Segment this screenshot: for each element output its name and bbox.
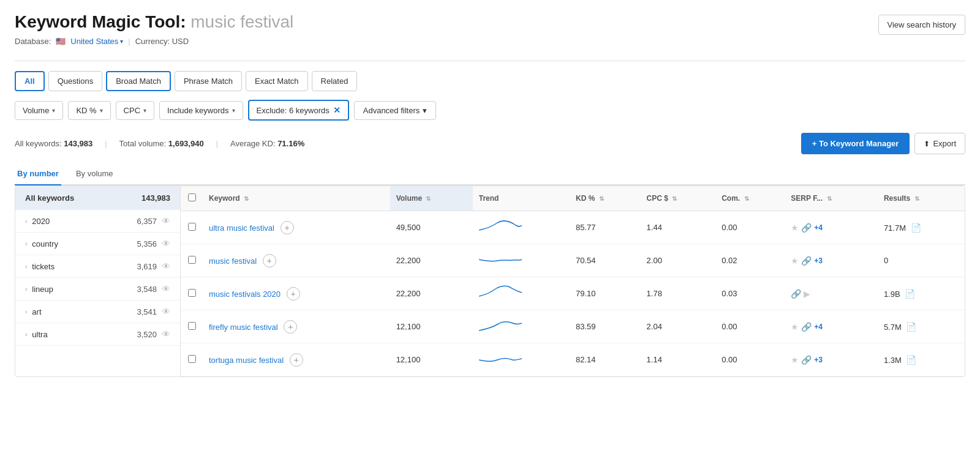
volume-col-header: Volume ⇅ bbox=[390, 186, 473, 211]
select-all-checkbox[interactable] bbox=[188, 193, 196, 201]
cpc-cell: 1.14 bbox=[641, 343, 716, 376]
kd-cell: 83.59 bbox=[570, 310, 641, 343]
group-tab-by-number[interactable]: By number bbox=[15, 164, 61, 185]
sparkline-chart bbox=[479, 350, 522, 367]
volume-filter[interactable]: Volume ▾ bbox=[15, 101, 63, 120]
eye-icon[interactable]: 👁 bbox=[162, 261, 170, 271]
kd-cell: 70.54 bbox=[570, 244, 641, 277]
tab-related[interactable]: Related bbox=[312, 71, 358, 91]
serp-plus-badge: +4 bbox=[814, 223, 823, 232]
star-icon: ★ bbox=[791, 256, 799, 266]
volume-cell: 49,500 bbox=[390, 211, 473, 244]
eye-icon[interactable]: 👁 bbox=[162, 329, 170, 339]
sidebar-item-count: 6,357 bbox=[137, 217, 157, 226]
sparkline-chart bbox=[479, 251, 522, 268]
sidebar-item-tickets[interactable]: › tickets 3,619 👁 bbox=[15, 255, 180, 278]
include-keywords-filter[interactable]: Include keywords ▾ bbox=[159, 101, 243, 120]
sidebar-item-count: 3,619 bbox=[137, 262, 157, 271]
sidebar-item-lineup[interactable]: › lineup 3,548 👁 bbox=[15, 278, 180, 301]
serp-cell: ★ 🔗 +3 bbox=[785, 343, 878, 376]
export-label: Export bbox=[933, 139, 956, 148]
keyword-link[interactable]: firefly music festival bbox=[209, 323, 278, 332]
add-keyword-button[interactable]: + bbox=[284, 320, 297, 334]
add-keyword-button[interactable]: + bbox=[287, 287, 300, 301]
kd-filter-label: KD % bbox=[76, 106, 96, 115]
to-keyword-manager-button[interactable]: + To Keyword Manager bbox=[801, 133, 910, 154]
eye-icon[interactable]: 👁 bbox=[162, 239, 170, 249]
results-col-header: Results ⇅ bbox=[878, 186, 965, 211]
view-history-button[interactable]: View search history bbox=[878, 15, 965, 35]
row-checkbox[interactable] bbox=[188, 355, 196, 363]
sidebar-header-label: All keywords bbox=[25, 193, 74, 203]
export-button[interactable]: ⬆ Export bbox=[914, 133, 965, 154]
include-keywords-label: Include keywords bbox=[167, 106, 228, 115]
sidebar-item-ultra[interactable]: › ultra 3,520 👁 bbox=[15, 323, 180, 346]
results-cell: 1.9B 📄 bbox=[878, 277, 965, 310]
select-all-col bbox=[181, 186, 203, 211]
group-tab-by-volume[interactable]: By volume bbox=[74, 164, 116, 185]
serp-cell: 🔗 ▶ bbox=[785, 277, 878, 310]
sidebar-item-count: 3,541 bbox=[137, 307, 157, 316]
exclude-close-icon[interactable]: ✕ bbox=[333, 105, 341, 115]
sidebar-item-art[interactable]: › art 3,541 👁 bbox=[15, 301, 180, 323]
keyword-link[interactable]: tortuga music festival bbox=[209, 356, 284, 365]
tab-exact-match[interactable]: Exact Match bbox=[246, 71, 308, 91]
link-icon: 🔗 bbox=[801, 355, 812, 365]
kd-filter[interactable]: KD % ▾ bbox=[68, 101, 110, 120]
chevron-right-icon: › bbox=[25, 286, 27, 293]
row-checkbox[interactable] bbox=[188, 322, 196, 330]
country-selector[interactable]: United States ▾ bbox=[70, 37, 123, 46]
star-icon: ★ bbox=[791, 355, 799, 365]
volume-chevron-icon: ▾ bbox=[52, 107, 55, 114]
keyword-link[interactable]: ultra music festival bbox=[209, 223, 274, 233]
sidebar-item-country[interactable]: › country 5,356 👁 bbox=[15, 233, 180, 255]
sidebar-item-count: 5,356 bbox=[137, 239, 157, 249]
row-checkbox[interactable] bbox=[188, 256, 196, 264]
stats-bar: All keywords: 143,983 | Total volume: 1,… bbox=[15, 133, 965, 154]
avg-kd-stat: Average KD: 71.16% bbox=[230, 139, 304, 148]
keyword-cell: ultra music festival + bbox=[203, 211, 390, 244]
doc-icon: 📄 bbox=[911, 223, 921, 233]
tab-questions[interactable]: Questions bbox=[48, 71, 103, 91]
add-keyword-button[interactable]: + bbox=[263, 254, 276, 267]
com-cell: 0.02 bbox=[715, 244, 785, 277]
add-keyword-button[interactable]: + bbox=[290, 353, 303, 367]
sort-icon: ⇅ bbox=[426, 195, 431, 202]
keyword-link[interactable]: music festival bbox=[209, 256, 257, 266]
advanced-filters-button[interactable]: Advanced filters ▾ bbox=[354, 101, 437, 120]
eye-icon[interactable]: 👁 bbox=[162, 284, 170, 294]
all-keywords-stat: All keywords: 143,983 bbox=[15, 139, 92, 148]
sort-icon: ⇅ bbox=[244, 195, 249, 202]
chevron-down-icon: ▾ bbox=[120, 38, 123, 45]
keyword-cell: music festivals 2020 + bbox=[203, 277, 390, 310]
sort-icon: ⇅ bbox=[599, 195, 604, 202]
row-checkbox[interactable] bbox=[188, 289, 196, 297]
exclude-keywords-filter[interactable]: Exclude: 6 keywords ✕ bbox=[248, 100, 349, 121]
keyword-cell: music festival + bbox=[203, 244, 390, 277]
row-checkbox[interactable] bbox=[188, 223, 196, 231]
results-cell: 5.7M 📄 bbox=[878, 310, 965, 343]
tab-broad-match[interactable]: Broad Match bbox=[106, 71, 171, 91]
serp-cell: ★ 🔗 +4 bbox=[785, 211, 878, 244]
eye-icon[interactable]: 👁 bbox=[162, 216, 170, 226]
keyword-link[interactable]: music festivals 2020 bbox=[209, 290, 281, 299]
link-icon: 🔗 bbox=[801, 256, 812, 266]
tab-all[interactable]: All bbox=[15, 71, 45, 91]
add-keyword-button[interactable]: + bbox=[281, 221, 294, 234]
cpc-col-header: CPC $ ⇅ bbox=[641, 186, 716, 211]
eye-icon[interactable]: 👁 bbox=[162, 307, 170, 316]
serp-cell: ★ 🔗 +3 bbox=[785, 244, 878, 277]
trend-col-header: Trend bbox=[473, 186, 570, 211]
table-row: music festival + 22,200 70.54 2.00 0.02 bbox=[181, 244, 965, 277]
advanced-filters-label: Advanced filters bbox=[363, 106, 420, 115]
volume-filter-label: Volume bbox=[23, 106, 49, 115]
cpc-filter[interactable]: CPC ▾ bbox=[116, 101, 154, 120]
results-cell: 0 bbox=[878, 244, 965, 277]
results-cell: 1.3M 📄 bbox=[878, 343, 965, 376]
chevron-right-icon: › bbox=[25, 218, 27, 225]
results-cell: 71.7M 📄 bbox=[878, 211, 965, 244]
sidebar-item-count: 3,520 bbox=[137, 330, 157, 339]
tab-phrase-match[interactable]: Phrase Match bbox=[175, 71, 242, 91]
table-row: ultra music festival + 49,500 85.77 1.44… bbox=[181, 211, 965, 244]
sidebar-item-2020[interactable]: › 2020 6,357 👁 bbox=[15, 210, 180, 233]
